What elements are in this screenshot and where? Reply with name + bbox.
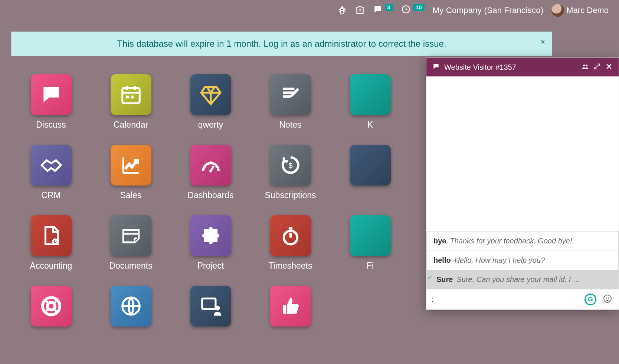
app-label: CRM <box>41 190 60 200</box>
app-label: Accounting <box>30 261 72 271</box>
globe-icon <box>111 286 151 327</box>
lifering-icon <box>31 286 72 327</box>
app-k[interactable]: K <box>330 74 410 145</box>
suggestion-text: Hello. How may I help you? <box>455 256 545 265</box>
svg-rect-1 <box>47 91 55 93</box>
app-slot-15[interactable] <box>11 286 91 356</box>
suggestion-hello[interactable]: helloHello. How may I help you? <box>427 250 618 270</box>
app-label: Notes <box>279 120 301 130</box>
app-documents[interactable]: Documents <box>91 215 171 286</box>
alert-text: This database will expire in 1 month. Lo… <box>117 39 446 49</box>
app-label: Calendar <box>114 120 148 130</box>
app-slot-17[interactable] <box>171 286 250 356</box>
app-label: Fi <box>367 261 374 271</box>
app-timesheets[interactable]: Timesheets <box>250 215 330 286</box>
chat-panel: Website Visitor #1357 byeThanks for your… <box>426 58 619 310</box>
suggestion-keyword: bye <box>433 237 446 245</box>
avatar <box>551 4 564 17</box>
chat-body <box>426 76 619 231</box>
svg-rect-2 <box>47 94 55 95</box>
svg-text:$: $ <box>288 161 293 170</box>
app-label: K <box>367 120 373 130</box>
app-dashboards[interactable]: Dashboards <box>171 145 250 215</box>
app-notes[interactable]: Notes <box>250 74 330 145</box>
emoji-icon[interactable] <box>603 294 612 305</box>
messages-button[interactable]: 3 <box>373 4 393 16</box>
app-icon <box>350 145 391 186</box>
suggestion-keyword: hello <box>433 256 451 265</box>
teach-icon <box>190 286 231 327</box>
cycle-icon: $ <box>270 145 311 186</box>
debug-icon[interactable] <box>337 6 347 15</box>
diamond-icon <box>190 74 231 115</box>
svg-rect-5 <box>131 96 134 99</box>
gauge-icon <box>190 145 231 186</box>
svg-point-23 <box>608 298 609 298</box>
user-menu[interactable]: Marc Demo <box>551 4 609 17</box>
svg-point-7 <box>204 166 206 168</box>
app-label: Project <box>197 261 224 271</box>
thumb-icon <box>270 286 311 327</box>
close-icon[interactable]: × <box>540 37 545 47</box>
app-calendar[interactable]: Calendar <box>91 74 171 145</box>
app-subscriptions[interactable]: $Subscriptions <box>250 145 330 215</box>
app-discuss[interactable]: Discuss <box>11 74 91 145</box>
svg-rect-4 <box>126 96 129 99</box>
chat-input-row: G <box>426 289 619 309</box>
user-name: Marc Demo <box>566 6 609 15</box>
chat-bubble-icon <box>432 63 440 72</box>
suggestion-keyword: Sure <box>436 275 453 284</box>
expiry-alert: This database will expire in 1 month. Lo… <box>11 32 552 56</box>
svg-point-9 <box>210 161 212 163</box>
grammarly-icon[interactable]: G <box>584 294 596 305</box>
timer-icon <box>270 215 311 256</box>
svg-point-19 <box>583 65 585 66</box>
app-label: qwerty <box>198 120 223 130</box>
app-slot-16[interactable] <box>91 286 171 356</box>
activities-badge: 10 <box>413 4 425 11</box>
notes-icon <box>270 74 311 115</box>
chat-header[interactable]: Website Visitor #1357 <box>426 58 619 76</box>
suggestion-bye[interactable]: byeThanks for your feedback. Good bye! <box>427 232 618 250</box>
suggestion-sure[interactable]: SureSure, Can you share your mail id. I … <box>427 270 618 289</box>
group-icon[interactable] <box>582 63 589 72</box>
svg-point-20 <box>586 65 587 66</box>
top-navbar: 3 10 My Company (San Francisco) Marc Dem… <box>0 0 619 20</box>
expand-icon[interactable] <box>593 63 601 72</box>
svg-point-8 <box>215 166 217 168</box>
messages-badge: 3 <box>385 4 393 11</box>
close-chat-icon[interactable] <box>605 63 613 72</box>
app-icon <box>350 74 391 115</box>
suggestion-text: Sure, Can you share your mail id. I … <box>456 275 580 284</box>
chat-input[interactable] <box>432 295 578 304</box>
app-fi[interactable]: Fi <box>330 215 410 286</box>
svg-point-22 <box>606 298 607 298</box>
suggestion-text: Thanks for your feedback. Good bye! <box>450 237 572 245</box>
building-icon[interactable] <box>355 6 365 15</box>
canned-suggestions: byeThanks for your feedback. Good bye!he… <box>426 231 619 289</box>
app-project[interactable]: Project <box>171 215 250 286</box>
svg-point-21 <box>604 295 611 302</box>
activities-button[interactable]: 10 <box>401 4 425 16</box>
app-label: Sales <box>120 190 142 200</box>
app-label: Subscriptions <box>265 190 316 200</box>
svg-rect-17 <box>202 298 215 309</box>
svg-point-14 <box>42 298 60 315</box>
company-switcher[interactable]: My Company (San Francisco) <box>433 6 544 15</box>
app-slot-18[interactable] <box>250 286 330 356</box>
chat-icon <box>31 74 72 115</box>
app-icon <box>350 215 391 256</box>
inbox-icon <box>111 215 151 256</box>
puzzle-icon <box>190 215 231 256</box>
chat-title: Website Visitor #1357 <box>444 63 577 72</box>
calendar-icon <box>111 74 151 115</box>
app-accounting[interactable]: Accounting <box>11 215 91 286</box>
app-label: Dashboards <box>187 190 233 200</box>
chart-icon <box>111 145 151 186</box>
app-slot-9[interactable] <box>330 145 410 215</box>
svg-point-18 <box>215 306 220 311</box>
app-sales[interactable]: Sales <box>91 145 171 215</box>
app-qwerty[interactable]: qwerty <box>171 74 250 145</box>
app-label: Timesheets <box>268 261 312 271</box>
app-crm[interactable]: CRM <box>11 145 91 215</box>
